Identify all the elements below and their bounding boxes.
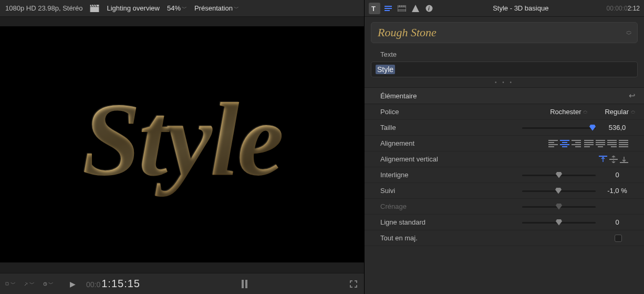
valign-middle-icon[interactable] xyxy=(609,156,618,163)
play-button[interactable]: ▶ xyxy=(67,280,78,288)
svg-text:i: i xyxy=(428,6,430,12)
justify-center-icon[interactable] xyxy=(596,140,605,147)
format-label: 1080p HD 23.98p, Stéréo xyxy=(5,4,82,12)
allcaps-checkbox[interactable] xyxy=(615,235,622,242)
tracking-value[interactable]: -1,0 % xyxy=(599,187,636,195)
baseline-value[interactable]: 0 xyxy=(599,218,636,226)
size-value[interactable]: 536,0 xyxy=(599,124,636,131)
baseline-slider[interactable] xyxy=(522,219,596,226)
viewer-header: 1080p HD 23.98p, Stéréo Lighting overvie… xyxy=(0,0,364,17)
clapper-icon[interactable] xyxy=(90,5,99,12)
allcaps-row: Tout en maj. xyxy=(365,230,644,246)
zoom-dropdown[interactable]: 54%﹀ xyxy=(167,4,187,12)
font-family-dropdown[interactable]: Rochester︿﹀ xyxy=(550,108,588,116)
info-inspector-tab[interactable]: i xyxy=(423,3,435,14)
preset-name: Rough Stone xyxy=(378,26,437,39)
size-row: Taille 536,0 xyxy=(365,120,644,136)
leading-slider[interactable] xyxy=(522,171,596,179)
svg-marker-17 xyxy=(412,5,419,12)
clip-name-dropdown[interactable]: Lighting overview xyxy=(107,4,159,12)
tracking-row: Suivi -1,0 % xyxy=(365,183,644,199)
canvas-3d-text[interactable]: Style xyxy=(82,79,282,199)
basic-group-header[interactable]: Élémentaire ↩ xyxy=(365,87,644,104)
tracking-slider[interactable] xyxy=(522,187,596,195)
audio-skimming-icon[interactable] xyxy=(242,280,247,288)
justify-full-icon[interactable] xyxy=(619,140,628,147)
fullscreen-icon[interactable] xyxy=(348,280,359,288)
baseline-row: Ligne standard 0 xyxy=(365,215,644,230)
share-inspector-tab[interactable] xyxy=(410,3,421,14)
align-right-icon[interactable] xyxy=(572,140,581,147)
drag-handle-icon[interactable]: • • • xyxy=(365,77,644,87)
inspector-panel: T i Style - 3D basique 00:00:02:12 Rough… xyxy=(365,0,644,294)
valign-bottom-icon[interactable] xyxy=(620,156,628,163)
vertical-alignment-row: Alignement vertical xyxy=(365,151,644,167)
timecode-display[interactable]: 00:01:15:15 xyxy=(86,278,140,290)
inspector-header: T i Style - 3D basique 00:00:02:12 xyxy=(365,0,644,17)
text-section-label: Texte xyxy=(365,43,644,62)
size-slider[interactable] xyxy=(522,124,596,131)
paragraph-inspector-tab[interactable] xyxy=(382,3,394,14)
viewer-footer: ﹀ ﹀ ﹀ ▶ 00:01:15:15 xyxy=(0,273,364,294)
inspector-timecode: 00:00:02:12 xyxy=(607,5,640,12)
view-menu-dropdown[interactable]: Présentation﹀ xyxy=(194,4,239,12)
reset-icon[interactable]: ↩ xyxy=(629,91,636,100)
retime-tool-icon[interactable]: ﹀ xyxy=(43,280,54,288)
effects-tool-icon[interactable]: ﹀ xyxy=(24,280,35,288)
svg-rect-5 xyxy=(6,282,8,285)
viewer-canvas[interactable]: Style xyxy=(0,26,364,262)
font-style-dropdown[interactable]: Regular︿﹀ xyxy=(605,108,636,116)
svg-text:T: T xyxy=(371,5,376,12)
align-left-icon[interactable] xyxy=(548,140,558,147)
inspector-title: Style - 3D basique xyxy=(437,4,605,12)
text-input[interactable]: Style xyxy=(371,62,638,77)
kerning-row: Crénage xyxy=(365,199,644,215)
preset-dropdown[interactable]: Rough Stone ︿﹀ xyxy=(371,22,638,43)
svg-rect-0 xyxy=(90,7,99,12)
alignment-row: Alignement xyxy=(365,136,644,151)
leading-row: Interligne 0 xyxy=(365,167,644,183)
chevron-updown-icon: ︿﹀ xyxy=(626,29,632,36)
text-inspector-tab[interactable]: T xyxy=(369,3,380,14)
video-inspector-tab[interactable] xyxy=(396,3,408,14)
font-row: Police Rochester︿﹀ Regular︿﹀ xyxy=(365,104,644,120)
justify-right-icon[interactable] xyxy=(607,140,617,147)
kerning-slider xyxy=(522,203,596,210)
justify-left-icon[interactable] xyxy=(584,140,594,147)
align-center-icon[interactable] xyxy=(560,140,569,147)
crop-tool-icon[interactable]: ﹀ xyxy=(5,280,16,288)
viewer-panel: 1080p HD 23.98p, Stéréo Lighting overvie… xyxy=(0,0,365,294)
valign-top-icon[interactable] xyxy=(599,156,607,163)
leading-value[interactable]: 0 xyxy=(599,171,636,179)
